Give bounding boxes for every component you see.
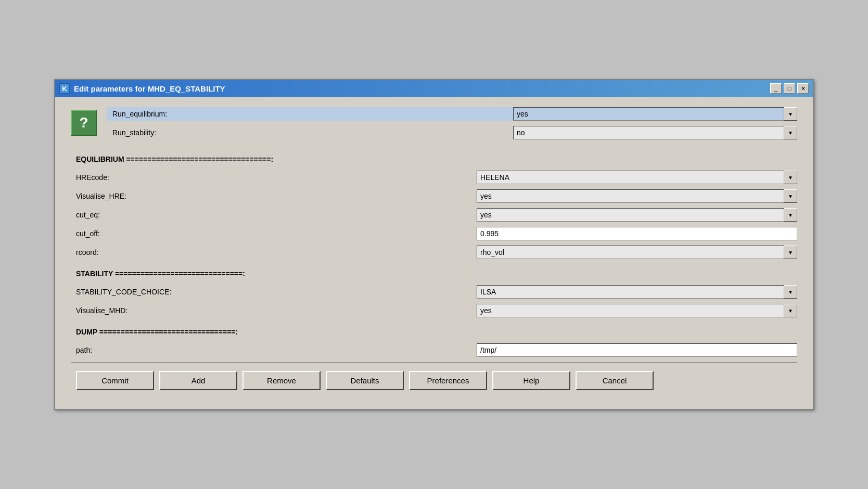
run-equilibrium-row: Run_equilibrium: yes no: [107, 107, 797, 121]
cut-eq-select[interactable]: yes no: [477, 208, 797, 222]
hrecode-label: HREcode:: [71, 173, 477, 182]
visualise-hre-row: Visualise_HRE: yes no: [71, 189, 797, 203]
help-icon: ?: [71, 110, 97, 136]
title-bar: K Edit parameters for MHD_EQ_STABILITY _…: [55, 80, 813, 97]
rcoord-select-wrapper: rho_vol rho_tor rho_pol: [477, 246, 797, 259]
stability-section-header: STABILITY ==============================…: [76, 269, 797, 278]
rcoord-row: rcoord: rho_vol rho_tor rho_pol: [71, 246, 797, 259]
visualise-hre-control: yes no: [477, 189, 797, 203]
run-stability-row: Run_stability: yes no: [107, 126, 797, 139]
window-title: Edit parameters for MHD_EQ_STABILITY: [74, 84, 225, 93]
content-area: ? Run_equilibrium: yes no: [55, 97, 813, 409]
path-row: path:: [71, 343, 797, 357]
run-equilibrium-select[interactable]: yes no: [513, 107, 797, 121]
cut-off-label: cut_off:: [71, 229, 477, 238]
defaults-button[interactable]: Defaults: [326, 371, 404, 390]
visualise-hre-select-wrapper: yes no: [477, 189, 797, 203]
cut-eq-label: cut_eq:: [71, 211, 477, 219]
dump-section-header: DUMP ================================:: [76, 328, 797, 336]
remove-button[interactable]: Remove: [242, 371, 321, 390]
stability-code-choice-control: ILSA MARS: [477, 285, 797, 299]
run-stability-select[interactable]: yes no: [513, 126, 797, 139]
maximize-button[interactable]: □: [784, 83, 795, 94]
visualise-mhd-label: Visualise_MHD:: [71, 306, 477, 315]
cut-eq-select-wrapper: yes no: [477, 208, 797, 222]
stability-code-choice-row: STABILITY_CODE_CHOICE: ILSA MARS: [71, 285, 797, 299]
visualise-mhd-select-wrapper: yes no: [477, 304, 797, 317]
top-section: ? Run_equilibrium: yes no: [71, 107, 797, 145]
cut-off-control: [477, 227, 797, 240]
add-button[interactable]: Add: [159, 371, 237, 390]
visualise-hre-select[interactable]: yes no: [477, 189, 797, 203]
commit-button[interactable]: Commit: [76, 371, 154, 390]
rcoord-select[interactable]: rho_vol rho_tor rho_pol: [477, 246, 797, 259]
app-icon: K: [59, 83, 70, 94]
title-bar-controls: _ □ ✕: [770, 83, 809, 94]
stability-code-choice-label: STABILITY_CODE_CHOICE:: [71, 288, 477, 296]
hrecode-select-wrapper: HELENA CHEASE: [477, 171, 797, 184]
minimize-button[interactable]: _: [770, 83, 782, 94]
run-equilibrium-select-wrapper: yes no: [513, 107, 797, 121]
cancel-button[interactable]: Cancel: [576, 371, 654, 390]
path-control: [477, 343, 797, 357]
run-stability-control: yes no: [513, 126, 797, 139]
top-fields: Run_equilibrium: yes no Run_stability:: [107, 107, 797, 145]
visualise-mhd-row: Visualise_MHD: yes no: [71, 304, 797, 317]
equilibrium-section-header: EQUILIBRIUM ============================…: [76, 155, 797, 163]
close-button[interactable]: ✕: [797, 83, 809, 94]
button-row: Commit Add Remove Defaults Preferences H…: [71, 362, 797, 398]
visualise-mhd-select[interactable]: yes no: [477, 304, 797, 317]
run-stability-select-wrapper: yes no: [513, 126, 797, 139]
hrecode-row: HREcode: HELENA CHEASE: [71, 171, 797, 184]
cut-eq-row: cut_eq: yes no: [71, 208, 797, 222]
cut-eq-control: yes no: [477, 208, 797, 222]
stability-code-choice-select-wrapper: ILSA MARS: [477, 285, 797, 299]
path-input[interactable]: [477, 343, 797, 357]
hrecode-control: HELENA CHEASE: [477, 171, 797, 184]
help-button[interactable]: Help: [492, 371, 570, 390]
run-stability-label: Run_stability:: [107, 128, 513, 137]
path-label: path:: [71, 346, 477, 354]
title-bar-left: K Edit parameters for MHD_EQ_STABILITY: [59, 83, 225, 94]
visualise-hre-label: Visualise_HRE:: [71, 192, 477, 200]
main-window: K Edit parameters for MHD_EQ_STABILITY _…: [54, 79, 814, 410]
visualise-mhd-control: yes no: [477, 304, 797, 317]
preferences-button[interactable]: Preferences: [409, 371, 487, 390]
cut-off-row: cut_off:: [71, 227, 797, 240]
run-equilibrium-label: Run_equilibrium:: [107, 110, 513, 118]
rcoord-control: rho_vol rho_tor rho_pol: [477, 246, 797, 259]
cut-off-input[interactable]: [477, 227, 797, 240]
rcoord-label: rcoord:: [71, 248, 477, 256]
stability-code-choice-select[interactable]: ILSA MARS: [477, 285, 797, 299]
hrecode-select[interactable]: HELENA CHEASE: [477, 171, 797, 184]
run-equilibrium-control: yes no: [513, 107, 797, 121]
